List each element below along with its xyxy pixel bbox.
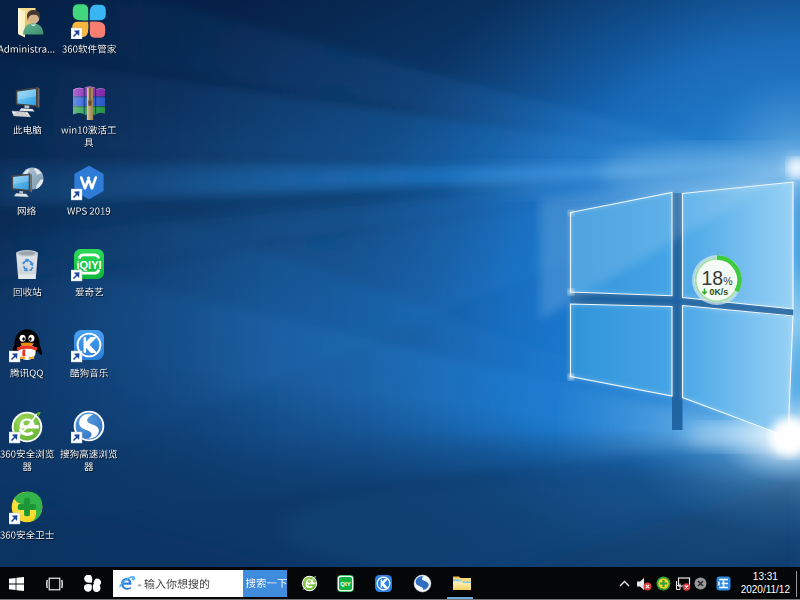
svg-text:QIY: QIY xyxy=(340,581,350,587)
svg-text:0K/s: 0K/s xyxy=(710,287,729,297)
svg-text:iQIYI: iQIYI xyxy=(76,259,101,271)
